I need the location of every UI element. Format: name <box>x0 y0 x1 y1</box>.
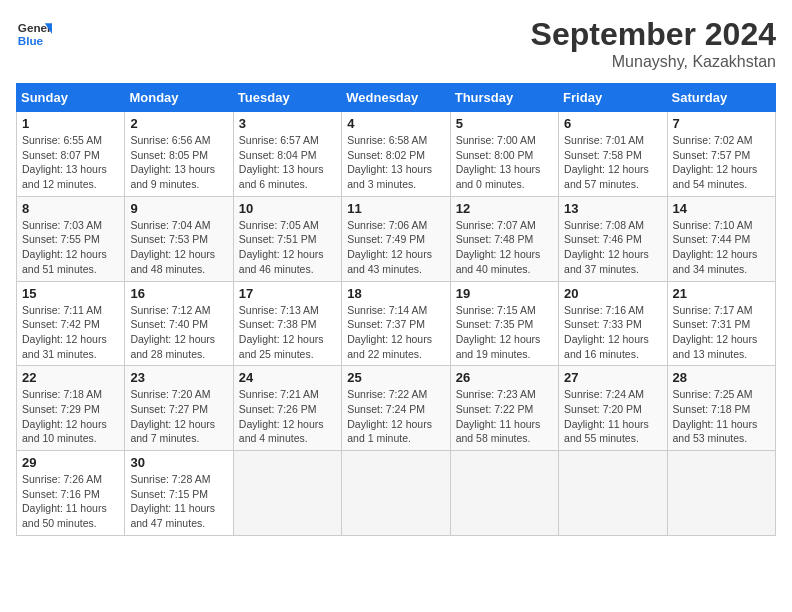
day-number: 25 <box>347 370 444 385</box>
day-detail: Sunrise: 7:14 AM Sunset: 7:37 PM Dayligh… <box>347 303 444 362</box>
day-number: 30 <box>130 455 227 470</box>
day-number: 15 <box>22 286 119 301</box>
day-detail: Sunrise: 7:05 AM Sunset: 7:51 PM Dayligh… <box>239 218 336 277</box>
calendar-week-row: 22Sunrise: 7:18 AM Sunset: 7:29 PM Dayli… <box>17 366 776 451</box>
day-detail: Sunrise: 7:21 AM Sunset: 7:26 PM Dayligh… <box>239 387 336 446</box>
calendar-cell: 7Sunrise: 7:02 AM Sunset: 7:57 PM Daylig… <box>667 112 775 197</box>
calendar-cell: 24Sunrise: 7:21 AM Sunset: 7:26 PM Dayli… <box>233 366 341 451</box>
weekday-header: Wednesday <box>342 84 450 112</box>
day-detail: Sunrise: 7:17 AM Sunset: 7:31 PM Dayligh… <box>673 303 770 362</box>
day-detail: Sunrise: 7:26 AM Sunset: 7:16 PM Dayligh… <box>22 472 119 531</box>
calendar-cell: 14Sunrise: 7:10 AM Sunset: 7:44 PM Dayli… <box>667 196 775 281</box>
day-detail: Sunrise: 7:15 AM Sunset: 7:35 PM Dayligh… <box>456 303 553 362</box>
calendar-cell <box>559 451 667 536</box>
calendar-cell: 10Sunrise: 7:05 AM Sunset: 7:51 PM Dayli… <box>233 196 341 281</box>
svg-text:General: General <box>18 21 52 34</box>
day-number: 29 <box>22 455 119 470</box>
day-number: 11 <box>347 201 444 216</box>
day-detail: Sunrise: 7:16 AM Sunset: 7:33 PM Dayligh… <box>564 303 661 362</box>
day-detail: Sunrise: 7:10 AM Sunset: 7:44 PM Dayligh… <box>673 218 770 277</box>
day-number: 13 <box>564 201 661 216</box>
calendar-cell: 19Sunrise: 7:15 AM Sunset: 7:35 PM Dayli… <box>450 281 558 366</box>
calendar-week-row: 15Sunrise: 7:11 AM Sunset: 7:42 PM Dayli… <box>17 281 776 366</box>
calendar-cell: 2Sunrise: 6:56 AM Sunset: 8:05 PM Daylig… <box>125 112 233 197</box>
day-number: 18 <box>347 286 444 301</box>
title-area: September 2024 Munayshy, Kazakhstan <box>531 16 776 71</box>
logo-icon: General Blue <box>16 16 52 52</box>
calendar-cell: 8Sunrise: 7:03 AM Sunset: 7:55 PM Daylig… <box>17 196 125 281</box>
day-number: 19 <box>456 286 553 301</box>
day-detail: Sunrise: 7:02 AM Sunset: 7:57 PM Dayligh… <box>673 133 770 192</box>
calendar-cell <box>450 451 558 536</box>
day-number: 1 <box>22 116 119 131</box>
day-number: 12 <box>456 201 553 216</box>
page-header: General Blue September 2024 Munayshy, Ka… <box>16 16 776 71</box>
day-number: 22 <box>22 370 119 385</box>
day-detail: Sunrise: 7:00 AM Sunset: 8:00 PM Dayligh… <box>456 133 553 192</box>
day-number: 7 <box>673 116 770 131</box>
day-number: 3 <box>239 116 336 131</box>
month-title: September 2024 <box>531 16 776 53</box>
calendar-cell: 5Sunrise: 7:00 AM Sunset: 8:00 PM Daylig… <box>450 112 558 197</box>
weekday-header: Thursday <box>450 84 558 112</box>
day-detail: Sunrise: 6:58 AM Sunset: 8:02 PM Dayligh… <box>347 133 444 192</box>
day-number: 14 <box>673 201 770 216</box>
day-number: 17 <box>239 286 336 301</box>
day-number: 21 <box>673 286 770 301</box>
calendar-table: SundayMondayTuesdayWednesdayThursdayFrid… <box>16 83 776 536</box>
calendar-cell: 15Sunrise: 7:11 AM Sunset: 7:42 PM Dayli… <box>17 281 125 366</box>
calendar-cell: 29Sunrise: 7:26 AM Sunset: 7:16 PM Dayli… <box>17 451 125 536</box>
calendar-cell: 4Sunrise: 6:58 AM Sunset: 8:02 PM Daylig… <box>342 112 450 197</box>
svg-text:Blue: Blue <box>18 34 44 47</box>
calendar-cell: 30Sunrise: 7:28 AM Sunset: 7:15 PM Dayli… <box>125 451 233 536</box>
calendar-header-row: SundayMondayTuesdayWednesdayThursdayFrid… <box>17 84 776 112</box>
day-detail: Sunrise: 6:55 AM Sunset: 8:07 PM Dayligh… <box>22 133 119 192</box>
day-detail: Sunrise: 7:08 AM Sunset: 7:46 PM Dayligh… <box>564 218 661 277</box>
calendar-cell <box>667 451 775 536</box>
location-title: Munayshy, Kazakhstan <box>531 53 776 71</box>
day-detail: Sunrise: 7:18 AM Sunset: 7:29 PM Dayligh… <box>22 387 119 446</box>
day-detail: Sunrise: 7:22 AM Sunset: 7:24 PM Dayligh… <box>347 387 444 446</box>
day-number: 10 <box>239 201 336 216</box>
calendar-cell: 17Sunrise: 7:13 AM Sunset: 7:38 PM Dayli… <box>233 281 341 366</box>
calendar-cell: 25Sunrise: 7:22 AM Sunset: 7:24 PM Dayli… <box>342 366 450 451</box>
day-number: 24 <box>239 370 336 385</box>
calendar-cell: 21Sunrise: 7:17 AM Sunset: 7:31 PM Dayli… <box>667 281 775 366</box>
calendar-cell: 9Sunrise: 7:04 AM Sunset: 7:53 PM Daylig… <box>125 196 233 281</box>
day-detail: Sunrise: 7:23 AM Sunset: 7:22 PM Dayligh… <box>456 387 553 446</box>
calendar-cell: 13Sunrise: 7:08 AM Sunset: 7:46 PM Dayli… <box>559 196 667 281</box>
day-detail: Sunrise: 7:03 AM Sunset: 7:55 PM Dayligh… <box>22 218 119 277</box>
calendar-week-row: 29Sunrise: 7:26 AM Sunset: 7:16 PM Dayli… <box>17 451 776 536</box>
calendar-cell: 16Sunrise: 7:12 AM Sunset: 7:40 PM Dayli… <box>125 281 233 366</box>
calendar-cell: 28Sunrise: 7:25 AM Sunset: 7:18 PM Dayli… <box>667 366 775 451</box>
day-number: 9 <box>130 201 227 216</box>
day-number: 5 <box>456 116 553 131</box>
day-detail: Sunrise: 7:12 AM Sunset: 7:40 PM Dayligh… <box>130 303 227 362</box>
day-number: 23 <box>130 370 227 385</box>
calendar-cell: 18Sunrise: 7:14 AM Sunset: 7:37 PM Dayli… <box>342 281 450 366</box>
day-detail: Sunrise: 7:06 AM Sunset: 7:49 PM Dayligh… <box>347 218 444 277</box>
calendar-cell: 11Sunrise: 7:06 AM Sunset: 7:49 PM Dayli… <box>342 196 450 281</box>
day-detail: Sunrise: 7:01 AM Sunset: 7:58 PM Dayligh… <box>564 133 661 192</box>
day-detail: Sunrise: 7:28 AM Sunset: 7:15 PM Dayligh… <box>130 472 227 531</box>
calendar-cell <box>233 451 341 536</box>
day-number: 20 <box>564 286 661 301</box>
day-detail: Sunrise: 7:04 AM Sunset: 7:53 PM Dayligh… <box>130 218 227 277</box>
calendar-cell: 6Sunrise: 7:01 AM Sunset: 7:58 PM Daylig… <box>559 112 667 197</box>
calendar-cell <box>342 451 450 536</box>
day-number: 6 <box>564 116 661 131</box>
day-number: 28 <box>673 370 770 385</box>
day-number: 16 <box>130 286 227 301</box>
weekday-header: Monday <box>125 84 233 112</box>
weekday-header: Saturday <box>667 84 775 112</box>
calendar-cell: 3Sunrise: 6:57 AM Sunset: 8:04 PM Daylig… <box>233 112 341 197</box>
calendar-cell: 26Sunrise: 7:23 AM Sunset: 7:22 PM Dayli… <box>450 366 558 451</box>
day-detail: Sunrise: 7:13 AM Sunset: 7:38 PM Dayligh… <box>239 303 336 362</box>
logo: General Blue <box>16 16 52 52</box>
day-detail: Sunrise: 6:56 AM Sunset: 8:05 PM Dayligh… <box>130 133 227 192</box>
day-number: 26 <box>456 370 553 385</box>
day-number: 2 <box>130 116 227 131</box>
day-number: 8 <box>22 201 119 216</box>
day-detail: Sunrise: 7:25 AM Sunset: 7:18 PM Dayligh… <box>673 387 770 446</box>
calendar-cell: 1Sunrise: 6:55 AM Sunset: 8:07 PM Daylig… <box>17 112 125 197</box>
